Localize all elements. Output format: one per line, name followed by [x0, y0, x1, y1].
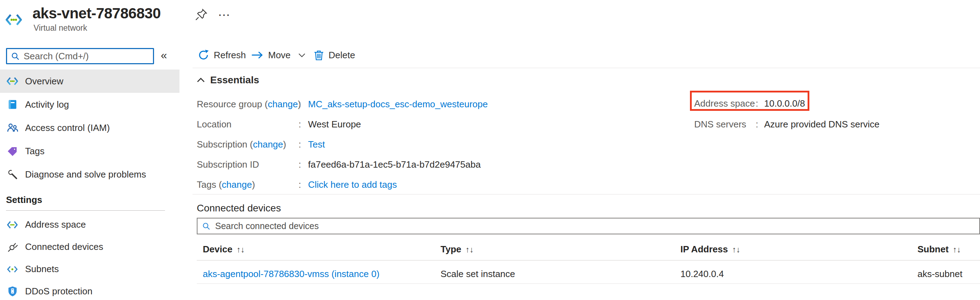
- wrench-icon: [6, 170, 19, 179]
- essentials-row-tags: Tags (change) : Click here to add tags: [197, 179, 255, 191]
- toolbar-divider: [192, 68, 980, 68]
- essentials-row-location: Location : West Europe: [197, 119, 231, 131]
- sidebar-item-activity-log[interactable]: Activity log: [0, 93, 180, 116]
- refresh-icon: [198, 49, 209, 61]
- resource-group-link[interactable]: MC_aks-setup-docs_esc-demo_westeurope: [308, 99, 488, 110]
- sidebar-item-label: Activity log: [25, 99, 69, 110]
- delete-label: Delete: [329, 50, 355, 61]
- essentials-row-subscription: Subscription (change) : Test: [197, 139, 286, 151]
- field-value: West Europe: [308, 119, 361, 130]
- column-header-ip-address[interactable]: IP Address↑↓: [681, 244, 740, 255]
- field-label: Subscription ID: [197, 159, 259, 170]
- sidebar-item-connected-devices[interactable]: Connected devices: [0, 236, 180, 258]
- sort-icon: ↑↓: [466, 245, 474, 254]
- pin-icon[interactable]: [196, 8, 208, 22]
- activity-log-icon: [6, 99, 19, 110]
- sidebar-item-label: Subnets: [25, 263, 59, 275]
- sidebar-item-label: Access control (IAM): [25, 122, 110, 133]
- field-label: Address space: [694, 98, 755, 109]
- subscription-link[interactable]: Test: [308, 139, 325, 150]
- address-space-icon: [6, 221, 19, 229]
- people-icon: [6, 123, 19, 133]
- essentials-row-subscription-id: Subscription ID : fa7eed6a-b71a-1ec5-b71…: [197, 159, 259, 171]
- sidebar-section-settings: Settings: [6, 194, 42, 205]
- sidebar-item-tags[interactable]: Tags: [0, 140, 180, 163]
- virtual-network-icon: [6, 77, 19, 86]
- column-header-subnet[interactable]: Subnet↑↓: [918, 244, 961, 255]
- address-space-value: 10.0.0.0/8: [764, 98, 805, 109]
- table-row-ip-cell: 10.240.0.4: [681, 268, 724, 279]
- sidebar-item-subnets[interactable]: Subnets: [0, 258, 180, 280]
- refresh-button[interactable]: Refresh: [198, 48, 246, 62]
- essentials-row-address-space: Address space : 10.0.0.0/8: [694, 98, 755, 110]
- table-row-subnet-cell: aks-subnet: [918, 268, 963, 279]
- sidebar-search[interactable]: [6, 48, 154, 64]
- more-options-button[interactable]: …: [218, 4, 231, 19]
- sort-icon: ↑↓: [732, 245, 740, 254]
- sidebar-item-overview[interactable]: Overview: [0, 70, 180, 93]
- field-label: Resource group (change): [197, 99, 301, 110]
- field-value: fa7eed6a-b71a-1ec5-b71a-b7d2e9475aba: [308, 159, 481, 170]
- subnets-icon: [6, 265, 19, 273]
- virtual-network-icon: [6, 13, 22, 27]
- sidebar-item-address-space[interactable]: Address space: [0, 214, 180, 236]
- dns-servers-value: Azure provided DNS service: [764, 119, 880, 130]
- field-label: Tags (change): [197, 179, 255, 190]
- table-row-device-cell: aks-agentpool-78786830-vmss (instance 0): [203, 268, 379, 279]
- search-icon: [202, 222, 210, 230]
- essentials-row-resource-group: Resource group (change) : MC_aks-setup-d…: [197, 99, 301, 111]
- essentials-row-dns-servers: DNS servers : Azure provided DNS service: [694, 119, 746, 131]
- page-title: aks-vnet-78786830: [32, 5, 161, 22]
- sidebar-item-label: Diagnose and solve problems: [25, 169, 146, 180]
- sidebar-item-diagnose[interactable]: Diagnose and solve problems: [0, 163, 180, 186]
- search-icon: [11, 52, 19, 60]
- connected-devices-search[interactable]: [197, 218, 980, 234]
- essentials-header[interactable]: Essentials: [197, 75, 259, 86]
- move-button[interactable]: Move: [251, 48, 305, 62]
- change-link[interactable]: change: [268, 99, 298, 110]
- change-link[interactable]: change: [253, 139, 283, 150]
- plug-icon: [6, 242, 19, 252]
- sidebar-item-ddos[interactable]: DDoS protection: [0, 280, 180, 300]
- shield-icon: [6, 286, 19, 297]
- change-link[interactable]: change: [222, 179, 252, 190]
- connected-devices-title: Connected devices: [197, 203, 281, 214]
- field-label: Subscription (change): [197, 139, 286, 150]
- tag-icon: [6, 146, 19, 156]
- sidebar-search-input[interactable]: [23, 51, 153, 62]
- chevron-up-icon: [197, 78, 205, 83]
- move-label: Move: [268, 50, 291, 61]
- sidebar-collapse-button[interactable]: «: [161, 49, 167, 62]
- sidebar-item-label: Address space: [25, 219, 86, 230]
- column-header-type[interactable]: Type↑↓: [441, 244, 474, 255]
- essentials-title: Essentials: [210, 75, 259, 86]
- sidebar-item-label: DDoS protection: [25, 286, 92, 297]
- move-arrow-icon: [251, 51, 264, 59]
- field-label: DNS servers: [694, 119, 746, 130]
- page-subtitle: Virtual network: [33, 23, 87, 33]
- sort-icon: ↑↓: [237, 245, 245, 254]
- table-row-type-cell: Scale set instance: [441, 268, 515, 279]
- delete-button[interactable]: Delete: [314, 48, 355, 62]
- add-tags-link[interactable]: Click here to add tags: [308, 179, 397, 190]
- device-link[interactable]: aks-agentpool-78786830-vmss (instance 0): [203, 268, 379, 279]
- refresh-label: Refresh: [214, 50, 246, 61]
- table-row-divider: [197, 283, 980, 284]
- table-header-divider: [197, 260, 980, 260]
- sidebar-divider: [6, 210, 165, 211]
- azure-vnet-overview-page: aks-vnet-78786830 Virtual network … « Ov…: [0, 0, 980, 300]
- connected-devices-search-input[interactable]: [215, 221, 979, 232]
- trash-icon: [314, 50, 324, 61]
- column-header-device[interactable]: Device↑↓: [203, 244, 245, 255]
- sidebar-item-label: Overview: [25, 76, 63, 87]
- sidebar-item-label: Tags: [25, 146, 45, 157]
- sidebar-item-label: Connected devices: [25, 241, 103, 252]
- chevron-down-icon: [298, 53, 305, 57]
- sidebar-item-access-control[interactable]: Access control (IAM): [0, 116, 180, 140]
- field-label: Location: [197, 119, 231, 130]
- sort-icon: ↑↓: [953, 245, 961, 254]
